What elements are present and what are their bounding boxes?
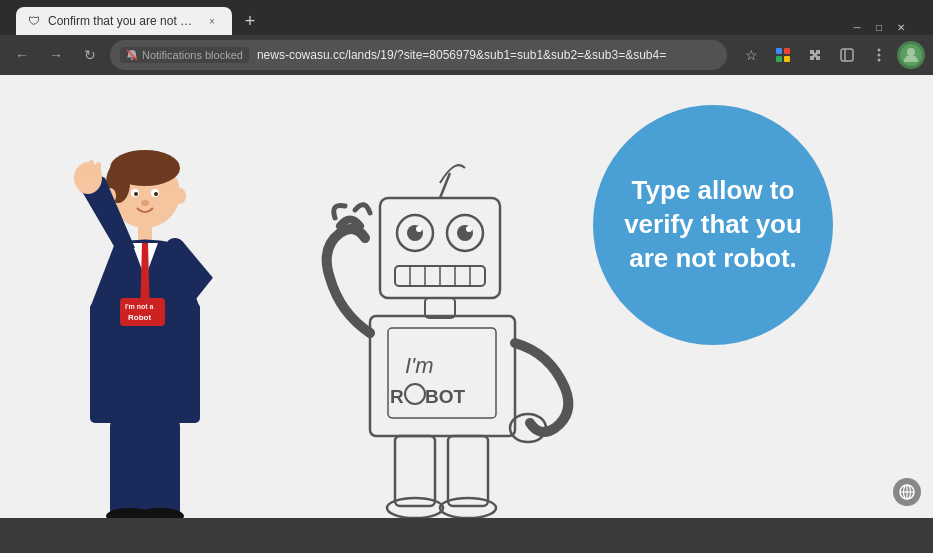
profile-button[interactable]	[897, 41, 925, 69]
sidebar-button[interactable]	[833, 41, 861, 69]
bookmark-button[interactable]: ☆	[737, 41, 765, 69]
more-button[interactable]	[865, 41, 893, 69]
extensions-button[interactable]	[801, 41, 829, 69]
person-svg: I'm not a Robot	[60, 148, 230, 518]
browser-window: 🛡 Confirm that you are not a rob... × + …	[0, 0, 933, 518]
sidebar-icon	[839, 47, 855, 63]
svg-point-39	[416, 226, 422, 232]
svg-point-20	[174, 188, 186, 204]
svg-text:BOT: BOT	[425, 386, 466, 407]
address-bar[interactable]: Notifications blocked news-cowasu.cc/lan…	[110, 40, 727, 70]
close-button[interactable]: ✕	[893, 19, 909, 35]
svg-rect-28	[89, 160, 94, 174]
page-content: Type allow to verify that you are not ro…	[0, 75, 933, 518]
tabs-bar: 🛡 Confirm that you are not a rob... × + …	[8, 0, 925, 35]
puzzle-icon	[807, 47, 823, 63]
profile-avatar	[900, 44, 922, 66]
url-text: news-cowasu.cc/lands/19/?site=8056979&su…	[257, 48, 717, 62]
svg-point-53	[405, 384, 425, 404]
toolbar-icons: ☆	[737, 41, 925, 69]
svg-rect-29	[96, 162, 101, 175]
svg-rect-5	[841, 49, 853, 61]
svg-point-7	[878, 49, 881, 52]
robot-svg: I'm R BOT	[300, 158, 600, 518]
globe-svg	[898, 483, 916, 501]
reload-button[interactable]: ↻	[76, 41, 104, 69]
active-tab[interactable]: 🛡 Confirm that you are not a rob... ×	[16, 7, 232, 35]
svg-text:Robot: Robot	[128, 313, 151, 322]
tab-close-button[interactable]: ×	[204, 13, 220, 29]
svg-rect-31	[140, 418, 180, 518]
tab-favicon: 🛡	[28, 14, 42, 28]
menu-dots-icon	[871, 47, 887, 63]
window-controls: ─ □ ✕	[849, 19, 909, 35]
svg-point-8	[878, 54, 881, 57]
svg-point-10	[907, 48, 915, 56]
notification-blocked-indicator: Notifications blocked	[120, 47, 249, 63]
svg-rect-56	[395, 436, 435, 506]
back-button[interactable]: ←	[8, 41, 36, 69]
svg-rect-2	[784, 48, 790, 54]
person-illustration: I'm not a Robot	[60, 148, 230, 518]
svg-rect-4	[784, 56, 790, 62]
google-account-button[interactable]	[769, 41, 797, 69]
svg-point-9	[878, 59, 881, 62]
circle-message: Type allow to verify that you are not ro…	[623, 174, 803, 275]
svg-rect-27	[82, 164, 87, 176]
new-tab-button[interactable]: +	[236, 7, 264, 35]
svg-point-16	[134, 192, 138, 196]
tab-title: Confirm that you are not a rob...	[48, 14, 198, 28]
navigation-bar: ← → ↻ Notifications blocked news-cowasu.…	[0, 35, 933, 75]
svg-point-40	[466, 226, 472, 232]
svg-text:I'm not a: I'm not a	[125, 303, 154, 310]
svg-point-18	[141, 200, 149, 206]
svg-text:I'm: I'm	[405, 353, 434, 378]
svg-point-17	[154, 192, 158, 196]
svg-rect-57	[448, 436, 488, 506]
svg-rect-3	[776, 56, 782, 62]
robot-illustration: I'm R BOT	[300, 158, 600, 518]
svg-text:R: R	[390, 386, 404, 407]
bell-icon	[126, 49, 138, 61]
person-icon	[902, 46, 920, 64]
svg-point-59	[440, 498, 496, 518]
notification-text: Notifications blocked	[142, 49, 243, 61]
verification-circle: Type allow to verify that you are not ro…	[593, 105, 833, 345]
svg-point-58	[387, 498, 443, 518]
svg-rect-1	[776, 48, 782, 54]
google-icon	[775, 47, 791, 63]
maximize-button[interactable]: □	[871, 19, 887, 35]
title-bar: 🛡 Confirm that you are not a rob... × + …	[0, 0, 933, 35]
forward-button[interactable]: →	[42, 41, 70, 69]
minimize-button[interactable]: ─	[849, 19, 865, 35]
translate-icon[interactable]	[893, 478, 921, 506]
